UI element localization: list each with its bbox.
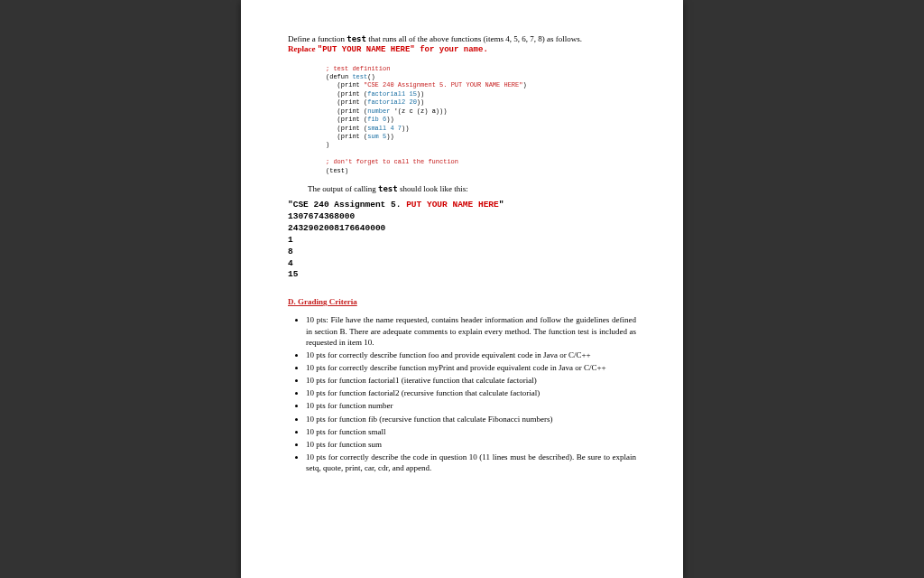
grading-item: 10 pts for function fib (recursive funct…	[306, 414, 636, 424]
pdf-viewer: Define a function test that runs all of …	[0, 0, 924, 578]
replace-quote: "PUT YOUR NAME HERE"	[318, 45, 415, 54]
grading-item: 10 pts for correctly describe function f…	[306, 350, 636, 360]
code-comment-2: ; don't forget to call the function	[326, 158, 458, 165]
intro-text-pre: Define a function	[288, 34, 346, 43]
replace-pre: Replace	[288, 44, 318, 53]
output-value: 15	[288, 269, 298, 279]
grading-item: 10 pts for function sum	[306, 439, 636, 450]
grading-item: 10 pts for function small	[306, 426, 636, 437]
intro-paragraph: Define a function test that runs all of …	[288, 34, 636, 56]
output-lead-code: test	[378, 184, 398, 193]
grading-item: 10 pts for function number	[306, 400, 636, 411]
code-block: ; test definition (defun test() (print "…	[326, 65, 636, 176]
intro-text-post: that runs all of the above functions (it…	[366, 34, 582, 43]
code-comment-1: ; test definition	[326, 65, 390, 72]
replace-post: for your name.	[415, 45, 488, 54]
output-value: 1307674368000	[288, 211, 355, 221]
grading-item: 10 pts for correctly describe function m…	[306, 362, 636, 373]
output-value: 8	[288, 247, 293, 256]
grading-item: 10 pts for correctly describe the code i…	[306, 452, 636, 473]
output-lead-post: should look like this:	[398, 184, 468, 193]
replace-instruction: Replace "PUT YOUR NAME HERE" for your na…	[288, 44, 488, 53]
expected-output: "CSE 240 Assignment 5. PUT YOUR NAME HER…	[288, 200, 636, 281]
output-value: 4	[288, 258, 293, 268]
grading-item: 10 pts for function factorial1 (iterativ…	[306, 375, 636, 386]
intro-code-word: test	[346, 34, 366, 43]
output-value: 1	[288, 235, 293, 245]
section-heading-grading: D. Grading Criteria	[288, 297, 636, 307]
output-value: 2432902008176640000	[288, 223, 385, 233]
document-page: Define a function test that runs all of …	[241, 0, 683, 578]
grading-list: 10 pts: File have the name requested, co…	[297, 314, 636, 473]
grading-item: 10 pts: File have the name requested, co…	[306, 314, 636, 347]
grading-item: 10 pts for function factorial2 (recursiv…	[306, 387, 636, 398]
output-lead-pre: The output of calling	[308, 184, 378, 193]
output-lead: The output of calling test should look l…	[308, 184, 636, 194]
